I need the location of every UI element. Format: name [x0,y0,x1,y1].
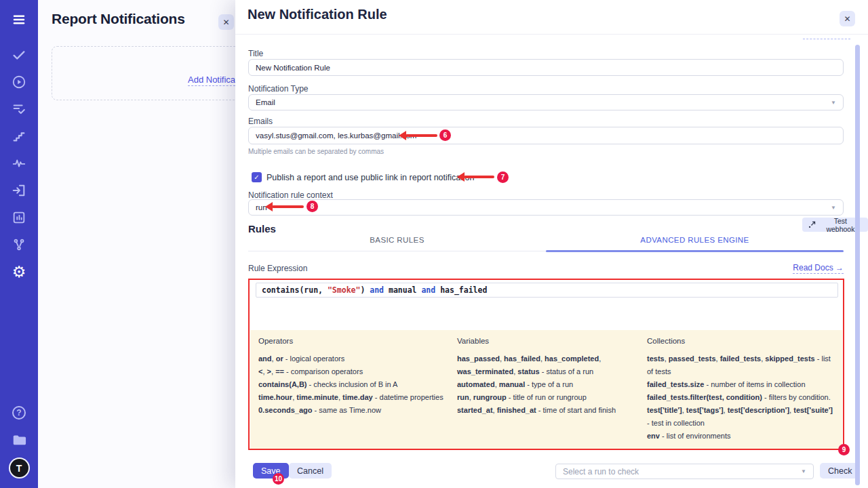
steps-icon[interactable] [11,128,27,144]
emails-hint: Multiple emails can be separated by comm… [248,148,384,155]
avatar[interactable]: T [10,459,28,477]
context-label: Notification rule context [248,190,333,200]
page-title: Report Notifications [52,11,185,27]
modal-title: New Notification Rule [248,7,387,22]
check-button[interactable]: Check [820,463,860,479]
expression-help-panel: Operatorsand, or - logical operators<, >… [250,330,842,449]
import-icon[interactable] [11,182,27,199]
dashed-link-stub [803,39,850,39]
pulse-icon[interactable] [11,155,27,171]
title-input[interactable] [248,59,844,76]
bar-chart-icon[interactable] [11,209,27,226]
check-icon[interactable] [11,47,27,63]
rule-expression-code[interactable]: contains(run, "Smoke") and manual and ha… [256,283,838,298]
publish-report-label[interactable]: Publish a report and use public link in … [267,173,474,182]
read-docs-link[interactable]: Read Docs → [793,263,844,274]
chevron-down-icon: ▼ [831,205,836,211]
run-to-check-placeholder: Select a run to check [563,467,639,476]
rules-heading: Rules [248,223,276,235]
emails-input[interactable] [248,127,844,144]
menu-icon[interactable] [11,12,27,28]
annotation-badge-8: 8 [307,201,318,212]
folder-icon[interactable] [11,432,27,448]
annotation-arrow-8 [272,205,304,208]
annotation-badge-10: 10 [273,473,284,485]
annotation-arrow-6 [406,134,437,137]
annotation-badge-6: 6 [439,129,451,141]
publish-report-checkbox[interactable]: ✓ [252,172,262,182]
context-select[interactable]: run ▼ [248,199,844,216]
app-sidebar: ⚙ ? T [0,0,38,488]
emails-label: Emails [248,117,273,126]
webhook-icon [808,221,816,228]
rules-tabs: BASIC RULES ADVANCED RULES ENGINE [248,236,844,251]
help-column-collections: Collectionstests, passed_tests, failed_t… [647,337,834,443]
tab-basic-rules[interactable]: BASIC RULES [248,236,546,251]
chevron-down-icon: ▼ [831,100,836,106]
run-to-check-select[interactable]: Select a run to check ▼ [555,464,814,479]
close-icon[interactable]: ✕ [218,14,234,30]
notification-type-value: Email [256,98,275,106]
tab-advanced-rules-engine[interactable]: ADVANCED RULES ENGINE [546,236,844,251]
chevron-down-icon: ▼ [801,468,806,474]
notification-type-label: Notification Type [248,84,309,94]
header-divider [235,34,868,35]
annotation-arrow-7 [464,176,494,178]
play-circle-icon[interactable] [11,74,27,90]
annotation-badge-9: 9 [838,444,850,455]
list-check-icon[interactable] [11,101,27,117]
cancel-button[interactable]: Cancel [289,463,332,479]
add-notification-link[interactable]: Add Notifica [188,75,235,86]
help-column-variables: Variableshas_passed, has_failed, has_com… [457,337,640,417]
new-notification-rule-modal: New Notification Rule ✕ Title Notificati… [235,0,868,488]
notification-type-select[interactable]: Email ▼ [248,94,844,110]
annotation-badge-7: 7 [497,171,509,183]
help-column-operators: Operatorsand, or - logical operators<, >… [258,337,447,417]
gear-icon[interactable]: ⚙ [11,264,27,280]
branch-icon[interactable] [11,237,27,253]
close-icon[interactable]: ✕ [840,11,855,26]
rule-expression-label: Rule Expression [248,264,307,273]
modal-scrollbar[interactable] [855,45,860,485]
title-label: Title [248,49,263,58]
help-icon[interactable]: ? [11,405,27,421]
